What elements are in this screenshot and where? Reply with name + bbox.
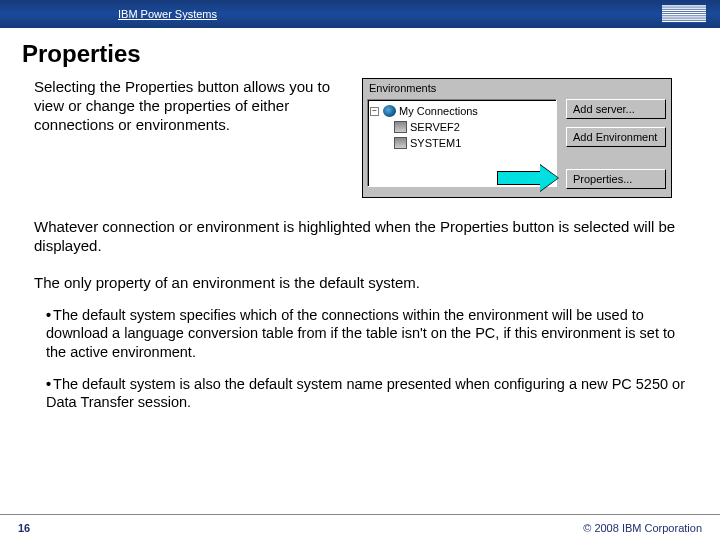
tree-child-label: SYSTEM1 [410, 137, 461, 149]
page-number: 16 [18, 522, 30, 534]
globe-icon [383, 105, 396, 117]
bullet-list: •The default system specifies which of t… [46, 306, 698, 411]
paragraph-2: Whatever connection or environment is hi… [34, 218, 698, 256]
svg-rect-2 [662, 10, 706, 11]
server-icon [394, 137, 407, 149]
ibm-logo [662, 5, 706, 23]
tree-root-row[interactable]: − My Connections [370, 103, 554, 119]
properties-button[interactable]: Properties... [566, 169, 666, 189]
svg-rect-4 [662, 14, 706, 15]
environments-label: Environments [369, 82, 436, 94]
add-server-button[interactable]: Add server... [566, 99, 666, 119]
bullet-item: •The default system specifies which of t… [46, 306, 698, 360]
tree-child-label: SERVEF2 [410, 121, 460, 133]
svg-rect-5 [662, 16, 706, 17]
svg-rect-3 [662, 12, 706, 13]
highlight-arrow [497, 167, 557, 189]
svg-rect-1 [662, 7, 706, 8]
environments-screenshot: Environments − My Connections SERVEF2 SY… [362, 78, 672, 198]
bullet-icon: • [46, 307, 51, 323]
bullet-item: •The default system is also the default … [46, 375, 698, 411]
page-title: Properties [22, 40, 698, 68]
bullet-text: The default system is also the default s… [46, 376, 685, 410]
footer-bar: 16 © 2008 IBM Corporation [0, 514, 720, 540]
bullet-icon: • [46, 376, 51, 392]
svg-rect-0 [662, 5, 706, 6]
header-brand-text: IBM Power Systems [118, 8, 217, 20]
paragraph-3: The only property of an environment is t… [34, 274, 698, 293]
tree-child-row[interactable]: SERVEF2 [370, 119, 554, 135]
svg-rect-6 [662, 18, 706, 19]
server-icon [394, 121, 407, 133]
tree-child-row[interactable]: SYSTEM1 [370, 135, 554, 151]
collapse-icon[interactable]: − [370, 107, 379, 116]
svg-rect-7 [662, 21, 706, 22]
intro-paragraph: Selecting the Properties button allows y… [34, 78, 344, 198]
tree-root-label: My Connections [399, 105, 478, 117]
add-environment-button[interactable]: Add Environment [566, 127, 666, 147]
copyright-text: © 2008 IBM Corporation [583, 522, 702, 534]
bullet-text: The default system specifies which of th… [46, 307, 675, 359]
header-bar: IBM Power Systems [0, 0, 720, 28]
slide-content: Properties Selecting the Properties butt… [0, 28, 720, 411]
